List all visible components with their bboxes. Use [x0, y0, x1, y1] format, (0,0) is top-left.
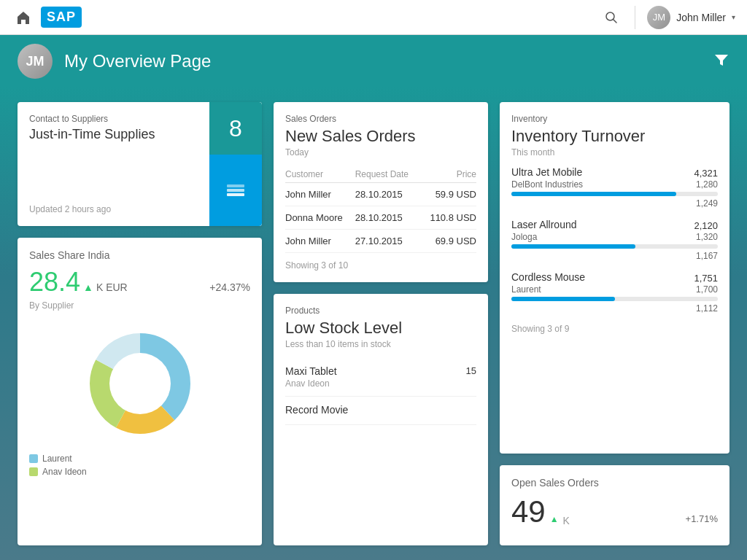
contact-suppliers-card: Contact to Suppliers Just-in-Time Suppli…	[18, 102, 262, 226]
open-orders-value: 49	[511, 494, 546, 529]
sales-share-title: Sales Share India	[29, 249, 250, 261]
col-price: Price	[420, 166, 476, 183]
inv-group1-bar	[511, 192, 718, 196]
page-title: My Overview Page	[64, 51, 211, 71]
contact-updated: Updated 2 hours ago	[29, 204, 198, 214]
stock-item-2-info: Record Movie	[285, 404, 348, 417]
legend-dot-anav	[29, 467, 38, 476]
inv-group1-bar-fill	[511, 192, 676, 196]
inv-group2-bar	[511, 244, 718, 249]
donut-svg	[82, 325, 198, 442]
top-nav: SAP JM John Miller ▾	[0, 0, 747, 35]
sales-value-row: 28.4 ▲ K EUR +24.37%	[29, 267, 250, 298]
stock-item-1[interactable]: Maxi Tablet Anav Ideon 15	[285, 358, 476, 397]
row3-customer: John Miller	[285, 230, 355, 253]
row3-price: 69.9 USD	[420, 230, 476, 253]
row2-price: 110.8 USD	[420, 206, 476, 230]
inv-group2-main-name: Laser Allround	[511, 219, 577, 230]
filter-icon[interactable]	[713, 52, 729, 71]
chart-legend: Laurent Anav Ideon	[29, 454, 250, 477]
row1-price: 59.9 USD	[420, 183, 476, 206]
stock-item-2[interactable]: Record Movie	[285, 397, 476, 425]
inv-group3-secondary-value: 1,700	[696, 284, 718, 295]
inv-group2-secondary-value: 1,320	[696, 232, 718, 242]
table-row[interactable]: John Miller 27.10.2015 69.9 USD	[285, 230, 476, 253]
stock-item-1-supplier: Anav Ideon	[285, 378, 337, 389]
inventory-group-2: Laser Allround 2,120 Jologa 1,320 1,167	[511, 219, 718, 261]
contact-icon-box[interactable]	[209, 155, 262, 226]
open-orders-card: Open Sales Orders 49 ▲ K +1.71%	[500, 465, 729, 545]
inventory-subtitle: This month	[511, 147, 718, 158]
stock-item-1-info: Maxi Tablet Anav Ideon	[285, 365, 337, 389]
stock-item-2-row: Record Movie	[285, 404, 476, 417]
inventory-title: Inventory Turnover	[511, 127, 718, 146]
table-row[interactable]: Donna Moore 28.10.2015 110.8 USD	[285, 206, 476, 230]
inv-group2-secondary-name: Jologa	[511, 232, 537, 242]
inv-group3-secondary-name: Laurent	[511, 284, 541, 295]
svg-rect-3	[227, 189, 244, 192]
user-menu[interactable]: JM John Miller ▾	[635, 6, 735, 29]
inv-group2-bar-fill	[511, 244, 635, 249]
stock-item-1-row: Maxi Tablet Anav Ideon 15	[285, 365, 476, 389]
row1-customer: John Miller	[285, 183, 355, 206]
sales-arrow-up-icon: ▲	[83, 281, 93, 293]
svg-point-9	[109, 353, 171, 414]
legend-dot-laurent	[29, 454, 38, 463]
open-orders-value-row: 49 ▲ K +1.71%	[511, 494, 718, 529]
sap-logo[interactable]: SAP	[41, 7, 82, 28]
inventory-group-1: Ultra Jet Mobile 4,321 DelBont Industrie…	[511, 166, 718, 209]
search-button[interactable]	[600, 6, 623, 29]
inv-group1-main-row: Ultra Jet Mobile 4,321	[511, 166, 718, 179]
chevron-down-icon: ▾	[732, 13, 735, 21]
inv-group3-bar	[511, 297, 718, 301]
middle-column: Sales Orders New Sales Orders Today Cust…	[274, 102, 488, 545]
row1-date: 28.10.2015	[355, 183, 420, 206]
inv-group2-secondary-row: Jologa 1,320	[511, 232, 718, 242]
inv-group3-main-name: Cordless Mouse	[511, 271, 585, 283]
inv-group3-bar-fill	[511, 297, 615, 301]
sales-share-card: Sales Share India 28.4 ▲ K EUR +24.37% B…	[18, 238, 262, 545]
stock-item-2-name: Record Movie	[285, 404, 348, 416]
inv-group3-main-value: 1,751	[694, 273, 718, 284]
inv-group2-main-row: Laser Allround 2,120	[511, 219, 718, 232]
right-column: Inventory Inventory Turnover This month …	[500, 102, 729, 545]
row3-date: 27.10.2015	[355, 230, 420, 253]
home-icon[interactable]	[12, 6, 35, 29]
inv-group1-secondary-row: DelBont Industries 1,280	[511, 179, 718, 190]
table-row[interactable]: John Miller 28.10.2015 59.9 USD	[285, 183, 476, 206]
inventory-section-label: Inventory	[511, 114, 718, 124]
inv-group1-bar-bg	[511, 192, 718, 196]
sales-orders-title: New Sales Orders	[285, 127, 476, 146]
col-customer: Customer	[285, 166, 355, 183]
sales-change: +24.37%	[209, 281, 250, 293]
open-orders-title: Open Sales Orders	[511, 477, 718, 489]
svg-rect-4	[227, 184, 244, 187]
sales-orders-section-label: Sales Orders	[285, 114, 476, 124]
inv-group2-bar-bg	[511, 244, 718, 249]
user-avatar-small: JM	[647, 6, 670, 29]
low-stock-title: Low Stock Level	[285, 319, 476, 338]
stock-item-1-count: 15	[466, 365, 476, 376]
contact-number[interactable]: 8	[209, 102, 262, 155]
row2-date: 28.10.2015	[355, 206, 420, 230]
low-stock-section-label: Products	[285, 306, 476, 316]
svg-rect-2	[227, 193, 244, 196]
stock-item-1-name: Maxi Tablet	[285, 365, 337, 377]
inventory-group-3: Cordless Mouse 1,751 Laurent 1,700 1,112	[511, 271, 718, 314]
orders-showing: Showing 3 of 10	[285, 260, 476, 271]
inv-group1-secondary-value: 1,280	[696, 179, 718, 190]
sales-orders-card: Sales Orders New Sales Orders Today Cust…	[274, 102, 488, 282]
legend-label-laurent: Laurent	[42, 454, 72, 464]
nav-left: SAP	[12, 6, 82, 29]
sales-unit: K EUR	[96, 281, 128, 293]
contact-main: Contact to Suppliers Just-in-Time Suppli…	[18, 102, 209, 226]
col-request-date: Request Date	[355, 166, 420, 183]
contact-category: Contact to Suppliers	[29, 114, 198, 124]
open-orders-unit: K	[563, 515, 570, 526]
donut-chart	[29, 319, 250, 448]
page-avatar: JM	[18, 44, 53, 79]
open-orders-change: +1.71%	[686, 513, 718, 524]
content-area: Contact to Suppliers Just-in-Time Suppli…	[0, 88, 747, 560]
layers-icon	[224, 179, 247, 202]
legend-item-anav: Anav Ideon	[29, 467, 250, 477]
